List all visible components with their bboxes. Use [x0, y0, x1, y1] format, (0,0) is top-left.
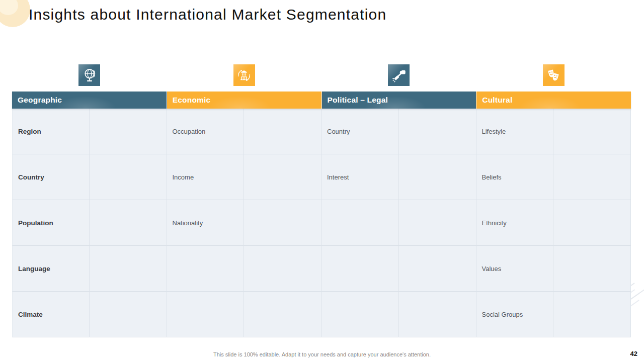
value-cell: Income — [167, 154, 245, 200]
value-cell — [167, 292, 245, 337]
empty-cell — [553, 200, 631, 246]
value-cell — [321, 246, 399, 292]
row-label-cell: Country — [12, 154, 90, 200]
bank-economy-icon — [233, 64, 255, 86]
corner-decoration-highlight — [0, 0, 18, 15]
row-label-cell: Population — [12, 200, 90, 246]
value-cell: Social Groups — [476, 292, 554, 337]
empty-cell — [399, 200, 476, 246]
empty-cell — [90, 246, 167, 292]
column-header-label: Political – Legal — [328, 96, 388, 105]
empty-cell — [90, 109, 167, 154]
empty-cell — [553, 292, 631, 337]
value-cell — [321, 200, 399, 246]
empty-cell — [244, 109, 321, 154]
empty-cell — [399, 154, 476, 200]
column-header-cultural: Cultural — [476, 92, 631, 109]
column-header-label: Cultural — [482, 96, 512, 105]
footer-note: This slide is 100% editable. Adapt it to… — [0, 351, 644, 357]
row-label-cell: Climate — [12, 292, 90, 337]
empty-cell — [244, 292, 321, 337]
gavel-icon — [388, 64, 410, 86]
empty-cell — [90, 292, 167, 337]
icons-row — [12, 64, 631, 86]
column-header-economic: Economic — [167, 92, 321, 109]
globe-icon — [78, 64, 100, 86]
table-body: Region Occupation Country Lifestyle Coun… — [12, 109, 631, 337]
empty-cell — [399, 246, 476, 292]
value-cell: Values — [476, 246, 554, 292]
value-cell: Country — [321, 109, 399, 154]
value-cell: Occupation — [167, 109, 245, 154]
slide: Insights about International Market Segm… — [0, 0, 644, 362]
empty-cell — [553, 154, 631, 200]
page-title: Insights about International Market Segm… — [29, 6, 386, 23]
theater-masks-icon — [543, 64, 565, 86]
empty-cell — [90, 154, 167, 200]
empty-cell — [553, 109, 631, 154]
value-cell — [167, 246, 245, 292]
empty-cell — [399, 292, 476, 337]
empty-cell — [90, 200, 167, 246]
value-cell: Lifestyle — [476, 109, 554, 154]
value-cell: Ethnicity — [476, 200, 554, 246]
row-label-cell: Language — [12, 246, 90, 292]
column-header-political-legal: Political – Legal — [322, 92, 476, 109]
column-header-label: Geographic — [18, 96, 62, 105]
column-header-geographic: Geographic — [12, 92, 167, 109]
empty-cell — [244, 154, 321, 200]
empty-cell — [553, 246, 631, 292]
empty-cell — [399, 109, 476, 154]
table-header-row: Geographic Economic Political – Legal Cu… — [12, 92, 631, 109]
value-cell: Interest — [321, 154, 399, 200]
value-cell — [321, 292, 399, 337]
row-label-cell: Region — [12, 109, 90, 154]
empty-cell — [244, 246, 321, 292]
value-cell: Nationality — [167, 200, 245, 246]
column-header-label: Economic — [173, 96, 211, 105]
segmentation-table: Geographic Economic Political – Legal Cu… — [12, 64, 631, 337]
corner-decoration — [0, 0, 30, 27]
empty-cell — [244, 200, 321, 246]
page-number: 42 — [630, 350, 637, 357]
value-cell: Beliefs — [476, 154, 554, 200]
